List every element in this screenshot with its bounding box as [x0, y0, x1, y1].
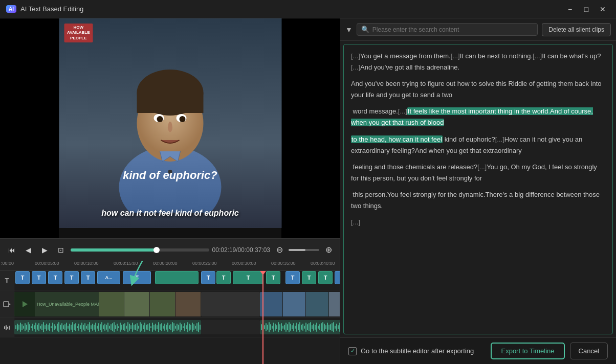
video-clip-right[interactable]	[260, 292, 340, 316]
caption-clip-15[interactable]: T	[318, 271, 333, 284]
caption-clip-14[interactable]: T	[302, 271, 316, 284]
caption-clip-6[interactable]: A...	[97, 271, 120, 284]
svg-rect-78	[109, 326, 110, 329]
waveform-right	[260, 320, 340, 334]
caption-clip-9[interactable]: T	[201, 271, 215, 284]
svg-rect-45	[58, 322, 59, 332]
svg-rect-29	[34, 325, 35, 329]
svg-rect-24	[26, 325, 27, 330]
video-clip-dark[interactable]: How_Unavailable_People MANIPULATE You!	[14, 292, 201, 316]
svg-rect-92	[130, 325, 131, 329]
euphoric-text: kind of euphoric?	[123, 169, 217, 182]
transcript-para-7: [...]	[351, 217, 605, 228]
svg-rect-40	[51, 326, 52, 328]
delete-silent-clips-button[interactable]: Delete all silent clips	[542, 23, 611, 36]
svg-rect-154	[285, 323, 287, 332]
caption-clip-2[interactable]: T	[32, 271, 46, 284]
svg-rect-54	[72, 322, 73, 332]
svg-point-8	[180, 116, 186, 122]
svg-rect-179	[324, 324, 325, 331]
caption-clip-7[interactable]: T	[123, 271, 151, 284]
highlight-important: It feels like the most important thing i…	[351, 107, 593, 126]
svg-rect-73	[101, 322, 102, 332]
waveform-silent	[201, 320, 260, 334]
play-button[interactable]: ▶	[38, 243, 51, 257]
chevron-down-icon[interactable]: ▼	[345, 26, 353, 34]
svg-rect-107	[153, 325, 155, 330]
svg-rect-82	[115, 325, 116, 329]
zoom-out-button[interactable]: ⊖	[273, 244, 285, 256]
step-back-button[interactable]: ⏮	[5, 243, 18, 257]
subtitle-editor-checkbox-label[interactable]: ✓ Go to the subtitle editor after export…	[348, 347, 474, 355]
volume-slider[interactable]	[289, 249, 319, 251]
svg-rect-49	[64, 324, 65, 330]
svg-rect-35	[43, 322, 44, 332]
checkbox-text: Go to the subtitle editor after exportin…	[361, 347, 474, 355]
svg-rect-169	[309, 323, 310, 331]
svg-rect-22	[23, 326, 24, 329]
caption-clip-3[interactable]: T	[48, 271, 62, 284]
svg-rect-32	[38, 323, 39, 331]
left-panel: HOWAVAILABLEPEOPLE	[0, 18, 340, 364]
svg-rect-52	[69, 324, 70, 331]
timeline-ruler: :00:00 00:00:05:00 00:00:10:00 00:00:15:…	[0, 261, 340, 271]
svg-rect-149	[278, 322, 279, 332]
svg-rect-18	[17, 324, 18, 331]
progress-thumb[interactable]	[153, 247, 160, 253]
export-to-timeline-button[interactable]: Export to Timeline	[491, 343, 564, 359]
caption-clip-16[interactable]: T	[335, 271, 340, 284]
svg-rect-120	[173, 323, 174, 331]
close-button[interactable]: ✕	[596, 4, 610, 15]
restore-button[interactable]: □	[579, 4, 593, 15]
play-reverse-button[interactable]: ◀	[21, 243, 35, 257]
audio-track-content: // This will be done via SVG rects	[14, 318, 340, 337]
video-track-row: How_Unavailable_People MANIPULATE You!	[0, 290, 340, 318]
ruler-time-1: 00:00:05:00	[35, 261, 59, 266]
caption-clip-5[interactable]: T	[81, 271, 95, 284]
svg-rect-108	[155, 324, 156, 331]
ruler-time-5: 00:00:25:00	[192, 261, 217, 266]
caption-clip-12[interactable]: T	[266, 271, 280, 284]
svg-rect-88	[124, 323, 125, 331]
zoom-in-button[interactable]: ⊕	[322, 244, 335, 256]
svg-rect-44	[57, 324, 58, 331]
svg-rect-146	[273, 323, 274, 332]
caption-clip-11[interactable]: T	[233, 271, 263, 284]
svg-marker-11	[9, 303, 11, 305]
svg-rect-93	[132, 323, 133, 332]
svg-rect-116	[167, 323, 168, 332]
transcript-para-4: to the head, how can it not feel kind of…	[351, 134, 605, 156]
caption-clip-4[interactable]: T	[64, 271, 79, 284]
caption-clip-13[interactable]: T	[285, 271, 300, 284]
stop-button[interactable]: ⊡	[54, 243, 68, 257]
caption-track-icon: T	[0, 271, 14, 290]
svg-rect-90	[127, 322, 128, 332]
svg-rect-144	[270, 324, 271, 330]
svg-rect-156	[289, 322, 290, 332]
svg-marker-12	[23, 301, 28, 307]
video-frame: HOWAVAILABLEPEOPLE	[59, 18, 281, 228]
svg-rect-106	[152, 323, 153, 332]
svg-rect-62	[84, 323, 85, 331]
svg-rect-186	[335, 326, 336, 329]
caption-clip-8[interactable]	[155, 271, 199, 284]
transcript-para-1: [...]You get a message from them.[...]It…	[351, 51, 605, 73]
svg-rect-155	[287, 324, 288, 330]
caption-clip-10[interactable]: T	[216, 271, 231, 284]
svg-rect-181	[327, 323, 328, 332]
svg-rect-143	[269, 322, 270, 332]
timeline-area: :00:00 00:00:05:00 00:00:10:00 00:00:15:…	[0, 261, 340, 364]
subtitle-editor-checkbox[interactable]: ✓	[348, 347, 357, 355]
svg-rect-174	[316, 323, 317, 332]
progress-bar[interactable]	[71, 248, 209, 252]
caption-clip-1[interactable]: T	[15, 271, 30, 284]
search-input[interactable]	[372, 26, 533, 33]
ruler-marks: :00:00 00:00:05:00 00:00:10:00 00:00:15:…	[0, 261, 340, 270]
svg-rect-75	[104, 324, 105, 331]
svg-rect-153	[284, 325, 285, 330]
title-bar-controls: − □ ✕	[563, 4, 610, 15]
svg-rect-133	[193, 324, 194, 330]
svg-rect-127	[184, 323, 185, 331]
minimize-button[interactable]: −	[563, 4, 577, 15]
cancel-button[interactable]: Cancel	[570, 343, 608, 359]
